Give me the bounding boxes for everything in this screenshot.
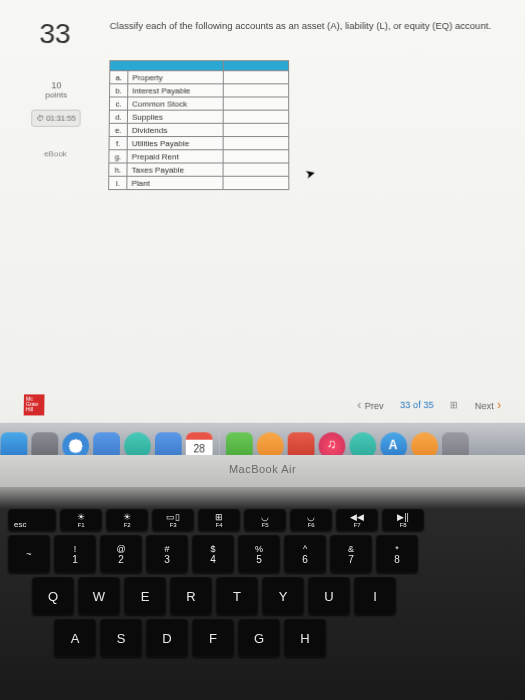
question-sidebar: 10 points ⏱ 01:31:55 eBook bbox=[28, 80, 84, 158]
key-2[interactable]: @2 bbox=[100, 535, 142, 573]
cursor-icon: ➤ bbox=[304, 165, 317, 181]
header-right bbox=[223, 61, 288, 71]
table-row: g.Prepaid Rent bbox=[109, 150, 289, 163]
key-f8[interactable]: ▶||F8 bbox=[382, 509, 424, 531]
row-letter: d. bbox=[109, 110, 127, 123]
quiz-content: 33 Classify each of the following accoun… bbox=[0, 0, 525, 389]
timer-value: 01:31:55 bbox=[46, 114, 76, 123]
row-name: Utilities Payable bbox=[127, 137, 223, 150]
accounts-table-wrap: a.Property b.Interest Payable c.Common S… bbox=[108, 60, 289, 190]
key-r[interactable]: R bbox=[170, 577, 212, 615]
key-g[interactable]: G bbox=[238, 619, 280, 657]
prev-button[interactable]: Prev bbox=[357, 398, 384, 413]
answer-cell[interactable] bbox=[223, 137, 289, 150]
answer-cell[interactable] bbox=[223, 71, 288, 84]
ebook-link[interactable]: eBook bbox=[28, 149, 84, 158]
brightness-up-icon: ☀ bbox=[123, 512, 131, 522]
table-row: d.Supplies bbox=[109, 110, 288, 123]
table-row: i.Plant bbox=[109, 176, 289, 189]
kb-brightness-up-icon: ◡ bbox=[307, 512, 315, 522]
table-row: c.Common Stock bbox=[109, 97, 288, 110]
key-f7[interactable]: ◀◀F7 bbox=[336, 509, 378, 531]
laptop-body: MacBook Air esc ☀F1 ☀F2 ▭▯F3 ⊞F4 ◡F5 ◡F6… bbox=[0, 455, 525, 700]
calendar-day: 28 bbox=[186, 442, 213, 454]
grid-icon[interactable]: ⊞ bbox=[450, 400, 458, 411]
table-row: b.Interest Payable bbox=[110, 84, 289, 97]
row-name: Supplies bbox=[127, 110, 223, 123]
launchpad-key-icon: ⊞ bbox=[215, 512, 223, 522]
play-pause-icon: ▶|| bbox=[397, 512, 409, 522]
key-6[interactable]: ^6 bbox=[284, 535, 326, 573]
points-label: points bbox=[28, 90, 83, 99]
table-header-row bbox=[110, 61, 289, 71]
question-prompt: Classify each of the following accounts … bbox=[110, 20, 506, 31]
row-name: Common Stock bbox=[128, 97, 224, 110]
clock-icon: ⏱ bbox=[36, 114, 46, 123]
key-w[interactable]: W bbox=[78, 577, 120, 615]
publisher-logo: Mc Graw Hill bbox=[24, 394, 45, 415]
row-name: Property bbox=[128, 71, 224, 84]
key-a[interactable]: A bbox=[54, 619, 96, 657]
key-1[interactable]: !1 bbox=[54, 535, 96, 573]
key-u[interactable]: U bbox=[308, 577, 350, 615]
kb-brightness-down-icon: ◡ bbox=[261, 512, 269, 522]
key-d[interactable]: D bbox=[146, 619, 188, 657]
answer-cell[interactable] bbox=[223, 84, 288, 97]
key-8[interactable]: *8 bbox=[376, 535, 418, 573]
accounts-table: a.Property b.Interest Payable c.Common S… bbox=[108, 60, 289, 190]
key-h[interactable]: H bbox=[284, 619, 326, 657]
laptop-model: MacBook Air bbox=[229, 463, 296, 475]
key-7[interactable]: &7 bbox=[330, 535, 372, 573]
key-f5[interactable]: ◡F5 bbox=[244, 509, 286, 531]
key-t[interactable]: T bbox=[216, 577, 258, 615]
row-letter: i. bbox=[109, 176, 127, 189]
key-f[interactable]: F bbox=[192, 619, 234, 657]
timer-badge: ⏱ 01:31:55 bbox=[31, 110, 81, 127]
key-5[interactable]: %5 bbox=[238, 535, 280, 573]
row-name: Dividends bbox=[127, 123, 223, 136]
question-nav: Prev 33 of 35 ⊞ Next bbox=[357, 398, 501, 413]
key-i[interactable]: I bbox=[354, 577, 396, 615]
key-f4[interactable]: ⊞F4 bbox=[198, 509, 240, 531]
brightness-down-icon: ☀ bbox=[77, 512, 85, 522]
table-row: f.Utilities Payable bbox=[109, 137, 289, 150]
key-4[interactable]: $4 bbox=[192, 535, 234, 573]
key-e[interactable]: E bbox=[124, 577, 166, 615]
next-button[interactable]: Next bbox=[475, 398, 502, 413]
key-esc[interactable]: esc bbox=[8, 509, 56, 531]
table-row: a.Property bbox=[110, 71, 289, 84]
qwerty-row: Q W E R T Y U I bbox=[32, 577, 517, 615]
answer-cell[interactable] bbox=[223, 123, 289, 136]
row-name: Prepaid Rent bbox=[127, 150, 223, 163]
number-row: ~ !1 @2 #3 $4 %5 ^6 &7 *8 bbox=[8, 535, 517, 573]
rewind-icon: ◀◀ bbox=[350, 512, 364, 522]
laptop-screen: 33 Classify each of the following accoun… bbox=[0, 0, 525, 468]
answer-cell[interactable] bbox=[223, 163, 289, 176]
row-letter: e. bbox=[109, 123, 127, 136]
keyboard: esc ☀F1 ☀F2 ▭▯F3 ⊞F4 ◡F5 ◡F6 ◀◀F7 ▶||F8 … bbox=[0, 487, 525, 657]
key-f6[interactable]: ◡F6 bbox=[290, 509, 332, 531]
answer-cell[interactable] bbox=[223, 97, 288, 110]
answer-cell[interactable] bbox=[223, 110, 289, 123]
position-label: 33 of 35 bbox=[400, 400, 433, 411]
key-q[interactable]: Q bbox=[32, 577, 74, 615]
asdf-row: A S D F G H bbox=[54, 619, 517, 657]
key-y[interactable]: Y bbox=[262, 577, 304, 615]
table-row: e.Dividends bbox=[109, 123, 289, 136]
row-letter: f. bbox=[109, 137, 127, 150]
row-letter: g. bbox=[109, 150, 127, 163]
key-s[interactable]: S bbox=[100, 619, 142, 657]
function-row: esc ☀F1 ☀F2 ▭▯F3 ⊞F4 ◡F5 ◡F6 ◀◀F7 ▶||F8 bbox=[8, 509, 517, 531]
row-letter: c. bbox=[109, 97, 127, 110]
key-3[interactable]: #3 bbox=[146, 535, 188, 573]
answer-cell[interactable] bbox=[223, 150, 289, 163]
row-name: Interest Payable bbox=[128, 84, 224, 97]
question-number: 33 bbox=[39, 18, 71, 50]
row-name: Plant bbox=[127, 176, 223, 189]
key-f2[interactable]: ☀F2 bbox=[106, 509, 148, 531]
answer-cell[interactable] bbox=[223, 176, 289, 189]
key-tilde[interactable]: ~ bbox=[8, 535, 50, 573]
key-f3[interactable]: ▭▯F3 bbox=[152, 509, 194, 531]
key-f1[interactable]: ☀F1 bbox=[60, 509, 102, 531]
points-value: 10 bbox=[29, 80, 84, 90]
